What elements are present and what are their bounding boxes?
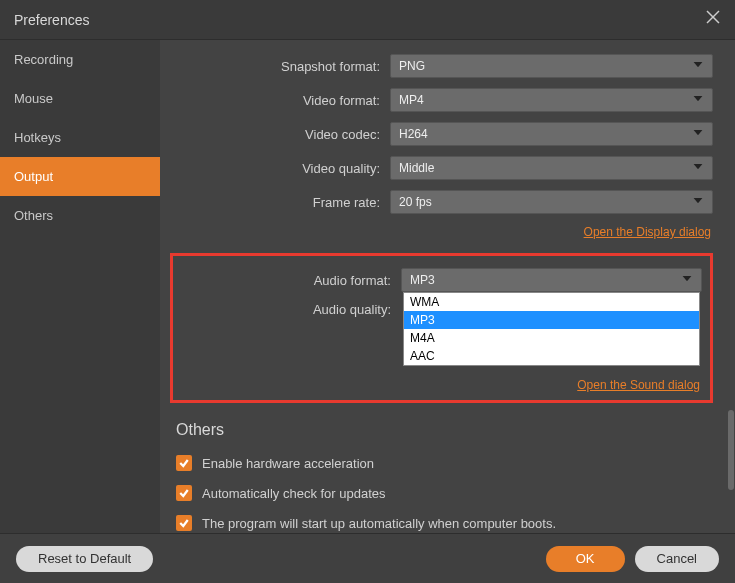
sidebar-item-hotkeys[interactable]: Hotkeys xyxy=(0,118,160,157)
video-quality-label: Video quality: xyxy=(170,161,390,176)
sidebar-item-others[interactable]: Others xyxy=(0,196,160,235)
video-quality-select[interactable]: Middle xyxy=(390,156,713,180)
video-format-select[interactable]: MP4 xyxy=(390,88,713,112)
audio-format-dropdown[interactable]: WMA MP3 M4A AAC xyxy=(403,292,700,366)
audio-quality-label: Audio quality: xyxy=(181,302,401,317)
reset-to-default-button[interactable]: Reset to Default xyxy=(16,546,153,572)
hw-accel-label: Enable hardware acceleration xyxy=(202,456,374,471)
snapshot-format-select[interactable]: PNG xyxy=(390,54,713,78)
sidebar-item-recording[interactable]: Recording xyxy=(0,40,160,79)
snapshot-format-label: Snapshot format: xyxy=(170,59,390,74)
cancel-button[interactable]: Cancel xyxy=(635,546,719,572)
window-title: Preferences xyxy=(14,12,89,28)
audio-highlight-box: Audio format: MP3 Audio quality: WMA MP3… xyxy=(170,253,713,403)
audio-format-select[interactable]: MP3 xyxy=(401,268,702,292)
audio-format-option-wma[interactable]: WMA xyxy=(404,293,699,311)
scrollbar-thumb[interactable] xyxy=(728,410,734,490)
close-icon[interactable] xyxy=(705,9,721,30)
footer: Reset to Default OK Cancel xyxy=(0,533,735,583)
frame-rate-label: Frame rate: xyxy=(170,195,390,210)
video-codec-select[interactable]: H264 xyxy=(390,122,713,146)
others-section-title: Others xyxy=(176,421,713,439)
frame-rate-select[interactable]: 20 fps xyxy=(390,190,713,214)
video-format-label: Video format: xyxy=(170,93,390,108)
auto-update-checkbox[interactable] xyxy=(176,485,192,501)
open-display-dialog-link[interactable]: Open the Display dialog xyxy=(584,225,711,239)
ok-button[interactable]: OK xyxy=(546,546,625,572)
auto-start-checkbox[interactable] xyxy=(176,515,192,531)
audio-format-option-aac[interactable]: AAC xyxy=(404,347,699,365)
auto-update-label: Automatically check for updates xyxy=(202,486,386,501)
sidebar: Recording Mouse Hotkeys Output Others xyxy=(0,40,160,533)
audio-format-option-m4a[interactable]: M4A xyxy=(404,329,699,347)
content-pane: Snapshot format: PNG Video format: MP4 V… xyxy=(160,40,735,533)
auto-start-label: The program will start up automatically … xyxy=(202,516,556,531)
hw-accel-checkbox[interactable] xyxy=(176,455,192,471)
sidebar-item-mouse[interactable]: Mouse xyxy=(0,79,160,118)
audio-format-label: Audio format: xyxy=(181,273,401,288)
open-sound-dialog-link[interactable]: Open the Sound dialog xyxy=(577,378,700,392)
video-codec-label: Video codec: xyxy=(170,127,390,142)
sidebar-item-output[interactable]: Output xyxy=(0,157,160,196)
title-bar: Preferences xyxy=(0,0,735,40)
audio-format-option-mp3[interactable]: MP3 xyxy=(404,311,699,329)
